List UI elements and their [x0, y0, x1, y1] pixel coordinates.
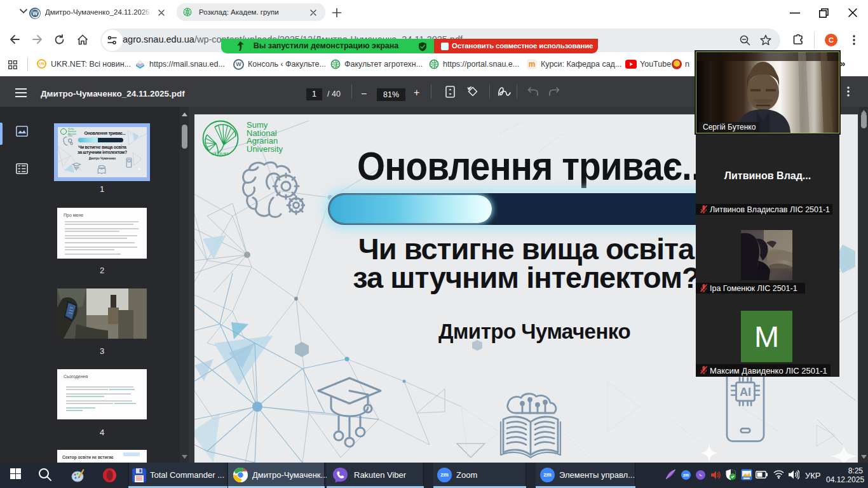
svg-text:AI: AI	[740, 386, 751, 398]
svg-text:UKRAINE: UKRAINE	[212, 152, 229, 156]
